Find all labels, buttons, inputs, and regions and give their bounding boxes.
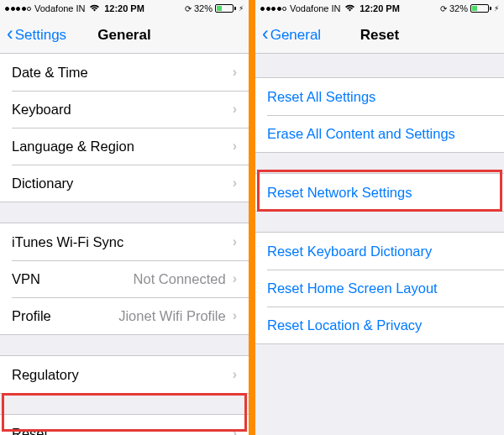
back-label: General [270,27,321,44]
chevron-right-icon: › [233,234,237,249]
group-sync: iTunes Wi-Fi Sync› VPNNot Connected› Pro… [0,223,249,335]
chevron-right-icon: › [233,139,237,154]
group-reset-network: Reset Network Settings [255,173,504,212]
row-profile[interactable]: ProfileJionet Wifi Profile› [0,297,249,334]
content: Reset All Settings Erase All Content and… [255,54,504,435]
chevron-right-icon: › [233,308,237,323]
chevron-right-icon: › [233,176,237,191]
status-time: 12:20 PM [255,3,504,13]
row-reset-home-screen[interactable]: Reset Home Screen Layout [255,270,504,307]
row-language-region[interactable]: Language & Region› [0,128,249,165]
back-label: Settings [15,27,66,44]
row-reset-location-privacy[interactable]: Reset Location & Privacy [255,307,504,343]
content: Date & Time› Keyboard› Language & Region… [0,54,249,435]
battery-icon [215,4,236,13]
group-reset-other: Reset Keyboard Dictionary Reset Home Scr… [255,232,504,344]
phone-reset: Vodafone IN 12:20 PM ⟳ 32% ⚡︎ ‹ General … [255,0,504,435]
back-button[interactable]: ‹ Settings [7,26,66,44]
row-keyboard[interactable]: Keyboard› [0,91,249,128]
nav-bar: ‹ General Reset [255,17,504,54]
row-dictionary[interactable]: Dictionary› [0,165,249,202]
row-reset-all-settings[interactable]: Reset All Settings [255,78,504,115]
status-bar: Vodafone IN 12:20 PM ⟳ 32% ⚡︎ [255,0,504,17]
row-reset-keyboard-dict[interactable]: Reset Keyboard Dictionary [255,233,504,270]
chevron-right-icon: › [233,102,237,117]
chevron-right-icon: › [233,426,237,435]
group-reset: Reset› [0,414,249,435]
row-erase-all[interactable]: Erase All Content and Settings [255,115,504,152]
back-button[interactable]: ‹ General [262,26,321,44]
group-reset-all: Reset All Settings Erase All Content and… [255,77,504,153]
row-regulatory[interactable]: Regulatory› [0,356,249,393]
row-reset[interactable]: Reset› [0,415,249,435]
row-vpn[interactable]: VPNNot Connected› [0,260,249,297]
battery-icon [470,4,491,13]
chevron-right-icon: › [233,367,237,382]
row-reset-network[interactable]: Reset Network Settings [255,174,504,211]
group-datetime: Date & Time› Keyboard› Language & Region… [0,54,249,202]
group-regulatory: Regulatory› [0,355,249,394]
chevron-left-icon: ‹ [262,24,269,44]
status-time: 12:20 PM [0,3,249,13]
status-bar: Vodafone IN 12:20 PM ⟳ 32% ⚡︎ [0,0,249,17]
row-itunes-wifi[interactable]: iTunes Wi-Fi Sync› [0,223,249,260]
chevron-left-icon: ‹ [7,24,13,44]
phone-general: Vodafone IN 12:20 PM ⟳ 32% ⚡︎ ‹ Settings… [0,0,249,435]
row-date-time[interactable]: Date & Time› [0,54,249,91]
nav-bar: ‹ Settings General [0,17,249,54]
chevron-right-icon: › [233,271,237,286]
chevron-right-icon: › [233,65,237,80]
